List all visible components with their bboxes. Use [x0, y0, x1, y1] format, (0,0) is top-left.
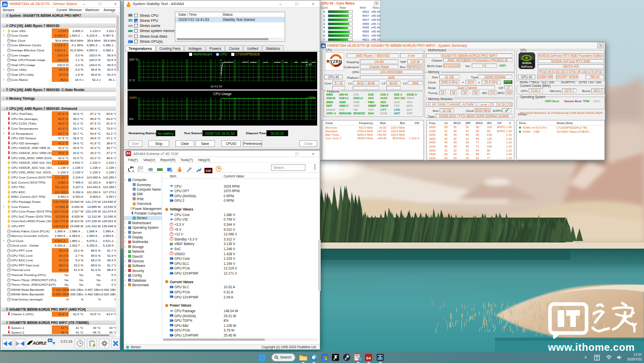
svg-text:+ 87: + 87: [306, 63, 313, 66]
svg-text:AORUS: AORUS: [32, 341, 46, 346]
svg-text:NVIDIA: NVIDIA: [522, 62, 531, 65]
svg-text:64: 64: [366, 356, 371, 360]
svg-text:RYZEN: RYZEN: [327, 59, 343, 64]
svg-text:GeForce: GeForce: [521, 65, 533, 68]
